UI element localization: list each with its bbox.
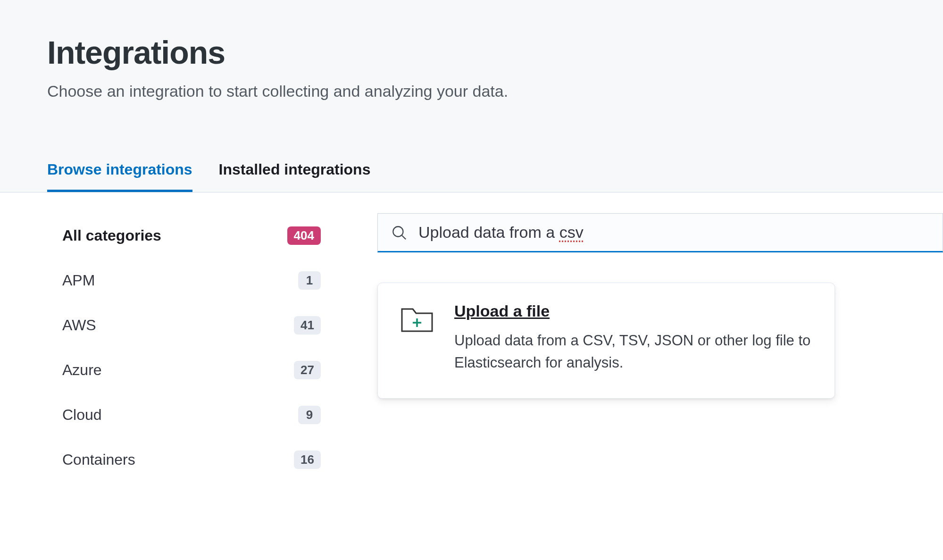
content: All categories 404 APM 1 AWS 41 Azure 27… xyxy=(0,192,943,560)
svg-point-0 xyxy=(393,226,403,236)
category-cloud[interactable]: Cloud 9 xyxy=(47,393,336,437)
page-subtitle: Choose an integration to start collectin… xyxy=(47,82,943,100)
svg-line-1 xyxy=(402,235,406,239)
folder-add-icon xyxy=(401,304,434,335)
category-apm[interactable]: APM 1 xyxy=(47,258,336,303)
page-header: Integrations Choose an integration to st… xyxy=(0,0,943,100)
category-all[interactable]: All categories 404 xyxy=(47,213,336,258)
results-area: Upload a file Upload data from a CSV, TS… xyxy=(377,283,943,399)
category-label: Cloud xyxy=(62,406,102,424)
category-count-badge: 16 xyxy=(294,451,321,469)
main-panel: Upload data from a csv Upload a file Upl… xyxy=(359,192,943,560)
category-label: APM xyxy=(62,272,95,289)
tab-installed-integrations[interactable]: Installed integrations xyxy=(219,161,371,192)
tab-browse-integrations[interactable]: Browse integrations xyxy=(47,161,192,192)
category-count-badge: 404 xyxy=(287,226,321,245)
tabs: Browse integrations Installed integratio… xyxy=(0,161,943,192)
search-text-misspell: csv xyxy=(559,223,584,241)
category-label: AWS xyxy=(62,317,96,334)
result-card-upload-file[interactable]: Upload a file Upload data from a CSV, TS… xyxy=(377,283,835,399)
search-text-prefix: Upload data from a xyxy=(418,223,559,241)
category-sidebar: All categories 404 APM 1 AWS 41 Azure 27… xyxy=(0,192,359,560)
category-aws[interactable]: AWS 41 xyxy=(47,303,336,348)
category-label: Containers xyxy=(62,451,135,468)
card-body: Upload a file Upload data from a CSV, TS… xyxy=(454,302,812,374)
category-label: Azure xyxy=(62,361,102,379)
category-count-badge: 27 xyxy=(294,361,321,379)
search-field-wrap[interactable]: Upload data from a csv xyxy=(377,213,943,252)
card-description: Upload data from a CSV, TSV, JSON or oth… xyxy=(454,330,812,374)
category-azure[interactable]: Azure 27 xyxy=(47,348,336,393)
category-containers[interactable]: Containers 16 xyxy=(47,437,336,482)
search-icon xyxy=(391,225,407,241)
category-count-badge: 1 xyxy=(298,271,321,290)
category-count-badge: 9 xyxy=(298,406,321,424)
page-title: Integrations xyxy=(47,34,943,71)
category-label: All categories xyxy=(62,227,161,244)
search-input[interactable]: Upload data from a csv xyxy=(418,223,929,242)
category-count-badge: 41 xyxy=(294,316,321,334)
card-title: Upload a file xyxy=(454,302,812,320)
